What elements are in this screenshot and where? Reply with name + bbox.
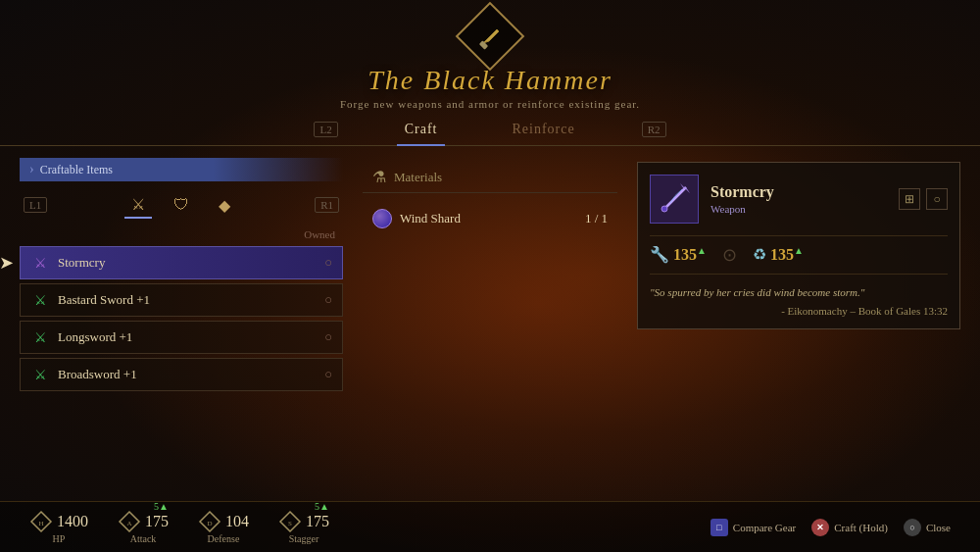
detail-quote: "So spurred by her cries did wind become…: [650, 284, 948, 301]
stat-stagger-value: 175: [306, 513, 329, 529]
craft-hold-label: Craft (Hold): [834, 522, 888, 533]
item-row-left: ⚔ Bastard Sword +1: [30, 290, 150, 310]
hammer-icon: [475, 22, 505, 51]
wind-shard-count: 1 / 1: [585, 211, 608, 226]
detail-item-type: Weapon: [710, 203, 887, 215]
close-btn-icon: ○: [904, 519, 921, 536]
item-bastard-name: Bastard Sword +1: [58, 292, 150, 308]
filter-icons: ⚔ 🛡 ◆: [124, 191, 238, 219]
craft-hold-btn-icon: ✕: [811, 519, 829, 536]
left-panel: › Craftable Items L1 ⚔ 🛡 ◆ R1 Owned ➤ ⚔ …: [20, 158, 343, 489]
list-item[interactable]: ➤ ⚔ Stormcry ○: [20, 246, 343, 279]
svg-point-3: [662, 206, 667, 212]
stat-defense-group: D 104 Defense: [198, 510, 249, 544]
detail-citation: - Eikonomachy – Book of Gales 13:32: [650, 305, 948, 317]
blacksmith-logo: [456, 2, 525, 72]
main-content: › Craftable Items L1 ⚔ 🛡 ◆ R1 Owned ➤ ⚔ …: [0, 146, 980, 501]
detail-favorite-btn[interactable]: ○: [926, 188, 948, 210]
filter-trigger-r1[interactable]: R1: [315, 197, 339, 213]
filter-gem-icon[interactable]: ◆: [211, 191, 238, 219]
tab-trigger-l2[interactable]: L2: [314, 122, 337, 137]
stat-hp-group: H 1400 HP: [29, 510, 88, 544]
materials-header: ⚗ Materials: [363, 162, 617, 193]
item-row-left: ⚔ Stormcry: [30, 253, 105, 273]
close-action[interactable]: ○ Close: [904, 519, 951, 536]
item-row-left: ⚔ Longsword +1: [30, 327, 132, 347]
header: The Black Hammer Forge new weapons and a…: [0, 0, 980, 110]
bottom-bar: H 1400 HP A 5▲ 175 Attack: [0, 501, 980, 552]
item-broadsword-owned: ○: [324, 367, 332, 382]
detail-top: Stormcry Weapon ⊞ ○: [650, 175, 948, 224]
filter-trigger-l1[interactable]: L1: [24, 197, 47, 213]
attack-val-container: 5▲ 175: [145, 513, 169, 530]
stat-magic-value: 135▲: [770, 245, 804, 264]
stat-magic-icon: ♻: [753, 245, 766, 264]
stat-hp-row: H 1400: [29, 510, 88, 533]
compare-gear-label: Compare Gear: [733, 522, 796, 533]
hp-diamond-icon: H: [29, 510, 53, 533]
stat-defense-row: D 104: [198, 510, 249, 533]
stat-divider: ⊙: [722, 244, 737, 266]
owned-column-label: Owned: [20, 228, 343, 240]
wind-shard-icon: [372, 209, 392, 228]
detail-card: Stormcry Weapon ⊞ ○ 🔧 135▲ ⊙ ♻: [637, 162, 960, 329]
stat-attack-value: 175: [145, 513, 169, 529]
stat-defense-label: Defense: [208, 533, 240, 544]
stat-hp-label: HP: [53, 533, 66, 544]
list-item[interactable]: ⚔ Bastard Sword +1 ○: [20, 283, 343, 317]
craftable-arrow-icon: ›: [29, 162, 34, 177]
stagger-diamond-icon: S: [278, 510, 302, 533]
item-longsword-owned: ○: [324, 329, 332, 345]
bottom-actions: □ Compare Gear ✕ Craft (Hold) ○ Close: [710, 519, 951, 536]
detail-stats: 🔧 135▲ ⊙ ♻ 135▲: [650, 235, 948, 275]
svg-text:S: S: [288, 520, 292, 527]
list-item[interactable]: ⚔ Longsword +1 ○: [20, 321, 343, 354]
item-longsword-icon: ⚔: [30, 327, 50, 347]
stat-attack-label: Attack: [130, 533, 157, 544]
filter-row: L1 ⚔ 🛡 ◆ R1: [20, 189, 343, 221]
item-broadsword-name: Broadsword +1: [58, 367, 137, 382]
svg-text:H: H: [38, 520, 43, 527]
stagger-up-badge: 5▲: [315, 501, 329, 512]
material-row: Wind Shard 1 / 1: [363, 201, 617, 236]
tab-craft[interactable]: Craft: [397, 120, 446, 139]
stat-attack-value: 135▲: [673, 245, 707, 264]
materials-icon: ⚗: [372, 168, 386, 186]
tabs-bar: L2 Craft Reinforce R2: [0, 120, 980, 146]
stat-hp-value: 1400: [57, 513, 88, 530]
material-left: Wind Shard: [372, 209, 461, 228]
tab-trigger-r2[interactable]: R2: [642, 122, 666, 137]
compare-gear-btn-icon: □: [710, 519, 728, 536]
craftable-header: › Craftable Items: [20, 158, 343, 181]
stormcry-weapon-icon: [657, 181, 692, 217]
middle-panel: ⚗ Materials Wind Shard 1 / 1: [363, 158, 617, 489]
defense-diamond-icon: D: [198, 510, 221, 533]
stat-attack-group: A 5▲ 175 Attack: [118, 510, 169, 544]
item-longsword-name: Longsword +1: [58, 329, 132, 345]
item-stormcry-name: Stormcry: [58, 255, 105, 271]
close-label: Close: [926, 522, 951, 533]
stat-magic: ♻ 135▲: [753, 245, 804, 264]
stat-defense-value: 104: [225, 513, 249, 530]
bottom-stats-group: H 1400 HP A 5▲ 175 Attack: [29, 510, 329, 544]
item-row-left: ⚔ Broadsword +1: [30, 365, 137, 384]
stagger-val-container: 5▲ 175: [306, 513, 329, 530]
filter-sword-icon[interactable]: ⚔: [124, 191, 152, 219]
filter-shield-icon[interactable]: 🛡: [168, 191, 195, 219]
tab-reinforce[interactable]: Reinforce: [504, 120, 582, 139]
compare-gear-action[interactable]: □ Compare Gear: [710, 519, 796, 536]
selector-arrow-icon: ➤: [0, 252, 14, 274]
detail-compare-btn[interactable]: ⊞: [899, 188, 920, 210]
wind-shard-name: Wind Shard: [400, 211, 461, 226]
stat-attack-icon: 🔧: [650, 245, 669, 264]
item-bastard-icon: ⚔: [30, 290, 50, 310]
item-stormcry-icon: ⚔: [30, 253, 50, 273]
detail-item-image: [650, 175, 699, 224]
stat-attack-row: A 5▲ 175: [118, 510, 169, 533]
stat-stagger-label: Stagger: [289, 533, 319, 544]
detail-title-block: Stormcry Weapon: [710, 183, 887, 215]
stat-stagger-row: S 5▲ 175: [278, 510, 329, 533]
craft-hold-action[interactable]: ✕ Craft (Hold): [811, 519, 888, 536]
attack-diamond-icon: A: [118, 510, 141, 533]
list-item[interactable]: ⚔ Broadsword +1 ○: [20, 358, 343, 391]
